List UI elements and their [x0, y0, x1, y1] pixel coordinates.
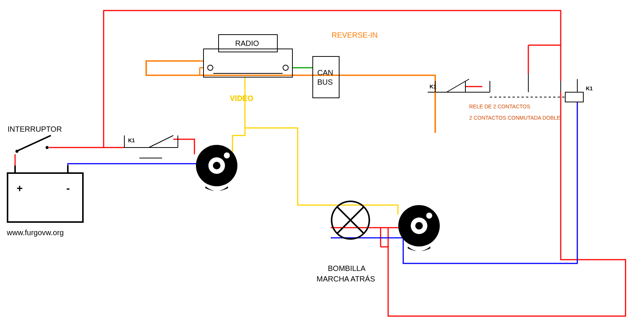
svg-point-14: [213, 162, 220, 169]
svg-rect-16: [203, 49, 292, 77]
canbus-label-1: CAN: [317, 68, 333, 77]
canbus-label-2: BUS: [317, 78, 333, 86]
svg-text:K1: K1: [430, 84, 436, 90]
canbus-unit: [313, 56, 339, 98]
relay-label-2: 2 CONTACTOS CONMUTADA DOBLE: [469, 115, 560, 121]
svg-point-46: [415, 222, 423, 230]
reverse-lamp-icon: [331, 201, 369, 239]
interruptor-label: INTERRUPTOR: [8, 125, 62, 133]
bombilla-label-2: MARCHA ATRÁS: [317, 275, 375, 283]
wiring-diagram: + - www.furgovw.org INTERRUPTOR K1 RADIO: [0, 0, 644, 324]
interruptor-switch: [15, 135, 51, 153]
reverse-in-label: REVERSE-IN: [332, 31, 378, 39]
svg-line-9: [149, 135, 173, 148]
video-label: VIDEO: [230, 94, 253, 102]
svg-point-18: [208, 65, 213, 70]
bombilla-label-1: BOMBILLA: [328, 264, 366, 272]
svg-point-4: [46, 146, 49, 149]
camera-1-icon: [196, 145, 237, 191]
svg-rect-0: [8, 173, 83, 222]
battery-minus: -: [66, 183, 70, 194]
battery: + -: [8, 166, 83, 222]
svg-point-19: [283, 65, 288, 70]
svg-rect-21: [313, 56, 339, 98]
relay-label-1: RELE DE 2 CONTACTOS: [469, 103, 530, 110]
battery-plus: +: [17, 183, 23, 194]
svg-text:K1: K1: [586, 85, 593, 91]
svg-point-47: [426, 213, 432, 219]
svg-rect-31: [565, 92, 583, 102]
k1-contact-left: K1: [124, 135, 178, 158]
svg-text:K1: K1: [128, 137, 135, 143]
footer-url: www.furgovw.org: [6, 228, 64, 237]
svg-point-15: [224, 152, 230, 158]
relay-group: K1 K1: [428, 73, 593, 133]
camera-2-icon: [398, 205, 440, 251]
radio-label: RADIO: [235, 39, 259, 47]
